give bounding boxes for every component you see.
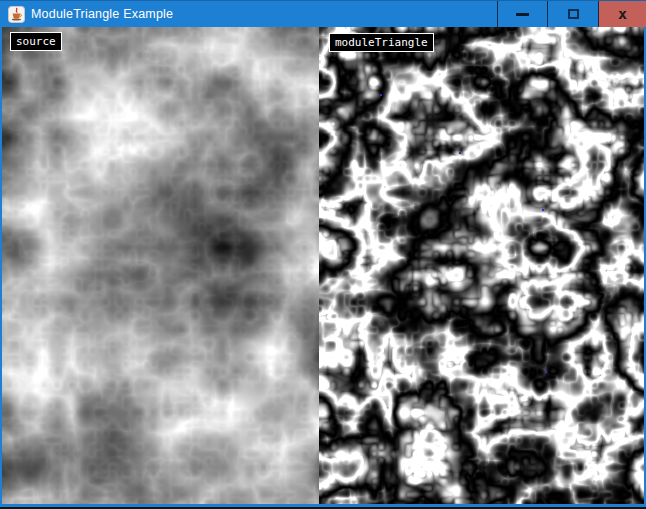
- java-coffee-cup-icon: [8, 6, 25, 23]
- panel-source: source: [2, 27, 319, 504]
- minimize-icon: [516, 13, 529, 16]
- minimize-button[interactable]: [497, 1, 547, 27]
- maximize-icon: [568, 9, 579, 19]
- maximize-button[interactable]: [547, 1, 598, 27]
- close-icon: x: [618, 7, 627, 21]
- source-noise-canvas: [2, 27, 319, 504]
- titlebar[interactable]: ModuleTriangle Example x: [0, 0, 646, 27]
- module-triangle-label: moduleTriangle: [329, 33, 434, 52]
- source-label: source: [10, 32, 62, 51]
- panel-module-triangle: moduleTriangle: [319, 27, 644, 504]
- window-controls: x: [497, 1, 646, 27]
- close-button[interactable]: x: [598, 1, 646, 27]
- window-title: ModuleTriangle Example: [31, 7, 173, 21]
- module-triangle-canvas: [319, 27, 644, 504]
- render-area: source moduleTriangle: [0, 27, 646, 507]
- app-window: ModuleTriangle Example x source moduleTr…: [0, 0, 646, 509]
